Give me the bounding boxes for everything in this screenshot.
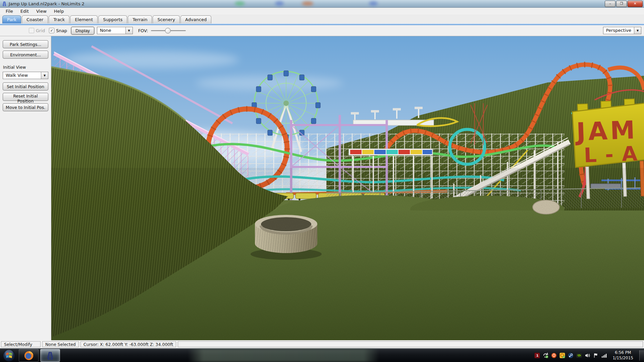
tab-terrain[interactable]: Terrain [128, 15, 152, 23]
reset-initial-position-button[interactable]: Reset Initial Position [3, 93, 48, 101]
display-mode-dropdown[interactable]: None ▼ [97, 27, 133, 34]
tray-gold-app-icon[interactable] [559, 353, 565, 358]
taskbar: 1 [0, 348, 644, 362]
wallpaper-blur-blob [275, 1, 284, 6]
status-selection: None Selected [42, 341, 79, 347]
sign-text-line1: JAM [574, 115, 638, 146]
tray-notification-badge-icon[interactable]: 1 [534, 353, 540, 358]
minimize-button[interactable]: – [605, 1, 615, 7]
tray-sync-icon[interactable] [543, 353, 548, 358]
grid-checkbox[interactable] [29, 28, 34, 33]
windows-logo-icon [3, 349, 15, 362]
start-button[interactable] [1, 349, 17, 362]
firefox-icon [24, 351, 34, 360]
fov-slider[interactable] [151, 28, 186, 33]
set-initial-position-button[interactable]: Set Initial Position [3, 82, 48, 90]
tray-volume-icon[interactable] [585, 353, 590, 358]
window-titlebar[interactable]: Jamp Up Land.nl2park - NoLimits 2 – ❐ ✕ [0, 0, 644, 8]
tray-network-signal-icon[interactable] [601, 353, 607, 358]
chevron-down-icon: ▼ [125, 27, 132, 34]
menubar: File Edit View Help [0, 8, 644, 15]
tab-track[interactable]: Track [49, 15, 69, 23]
tray-steam-icon[interactable] [568, 353, 574, 358]
taskbar-glass [188, 349, 379, 362]
close-button[interactable]: ✕ [628, 1, 643, 7]
initial-view-label: Initial View [3, 65, 48, 70]
status-mode: Select/Modify [1, 341, 41, 347]
show-desktop-button[interactable] [639, 350, 644, 361]
tray-nvidia-icon[interactable] [576, 353, 582, 358]
tray-action-center-flag-icon[interactable] [593, 353, 599, 358]
grass-noise [51, 184, 644, 340]
tray-origin-icon[interactable] [551, 353, 557, 358]
grid-label: Grid [36, 28, 45, 33]
wallpaper-blur-blob [369, 1, 378, 6]
chevron-down-icon: ▼ [41, 72, 48, 79]
snap-checkbox[interactable]: ✓ [49, 28, 54, 33]
tab-park[interactable]: Park [2, 15, 21, 23]
system-tray: 1 [534, 350, 644, 361]
3d-viewport[interactable]: JAM L - A [51, 36, 644, 340]
desktop: Jamp Up Land.nl2park - NoLimits 2 – ❐ ✕ … [0, 0, 644, 362]
status-cursor-coordinates: Cursor: X: 62.000ft Y: -63.000ft Z: 34.0… [80, 341, 176, 347]
wallpaper-blur-blob [235, 1, 245, 6]
fov-label: FOV: [138, 28, 148, 33]
fov-slider-thumb[interactable] [165, 28, 171, 34]
taskbar-firefox-button[interactable] [19, 349, 39, 362]
taskbar-nolimits-button[interactable] [40, 349, 60, 362]
taskbar-clock[interactable]: 6:56 PM 1/15/2015 [612, 350, 633, 361]
badge-count: 1 [534, 353, 540, 358]
initial-view-dropdown[interactable]: Walk View ▼ [3, 72, 48, 79]
mode-tabbar: Park Coaster Track Element Supports Terr… [0, 15, 644, 25]
restore-button[interactable]: ❐ [616, 1, 627, 7]
clock-date: 1/15/2015 [612, 356, 633, 361]
wallpaper-blur-blob [302, 1, 313, 6]
tab-scenery[interactable]: Scenery [153, 15, 180, 23]
move-to-initial-pos-button[interactable]: Move to Initial Pos. [3, 103, 48, 111]
snap-label: Snap [56, 28, 67, 33]
park-settings-button[interactable]: Park Settings... [3, 40, 48, 48]
tab-advanced[interactable]: Advanced [180, 15, 211, 23]
park-sidebar: Park Settings... Environment... Initial … [0, 36, 51, 340]
display-mode-value: None [97, 27, 125, 34]
menu-file[interactable]: File [2, 8, 17, 14]
status-filler [178, 341, 643, 347]
menu-help[interactable]: Help [50, 8, 68, 14]
nolimits-icon [46, 351, 55, 360]
app-icon [2, 1, 7, 6]
display-button[interactable]: Display [71, 27, 94, 35]
active-tab-strip [0, 23, 644, 25]
window-title: Jamp Up Land.nl2park - NoLimits 2 [9, 1, 85, 6]
menu-edit[interactable]: Edit [17, 8, 33, 14]
statusbar: Select/Modify None Selected Cursor: X: 6… [0, 340, 644, 348]
environment-button[interactable]: Environment... [3, 51, 48, 59]
tab-coaster[interactable]: Coaster [22, 15, 48, 23]
park-scene: JAM L - A [51, 36, 644, 340]
chevron-down-icon: ▼ [634, 27, 641, 34]
clock-time: 6:56 PM [612, 350, 633, 356]
tab-element[interactable]: Element [70, 15, 98, 23]
menu-view[interactable]: View [33, 8, 50, 14]
projection-value: Perspective [603, 27, 634, 34]
projection-dropdown[interactable]: Perspective ▼ [603, 27, 641, 34]
toolbar: Grid ✓ Snap Display None ▼ FOV: Perspect… [0, 25, 644, 36]
tab-supports[interactable]: Supports [98, 15, 127, 23]
initial-view-value: Walk View [3, 72, 41, 79]
sign-text-line2: L - A [584, 142, 639, 167]
